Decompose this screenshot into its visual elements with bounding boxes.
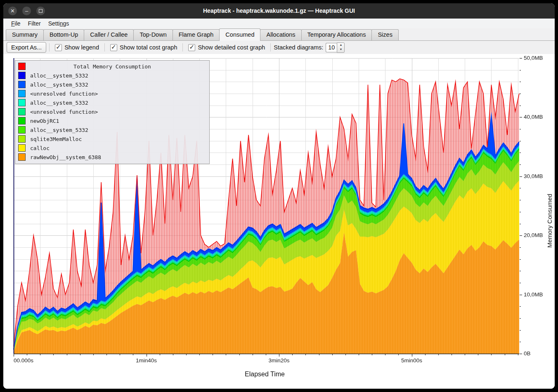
legend-title-row: Total Memory Consumption — [15, 62, 209, 71]
y-tick-label: 0B — [524, 350, 531, 357]
checkbox-show-legend[interactable]: ✓Show legend — [55, 44, 99, 51]
toolbar-separator — [182, 43, 183, 52]
title-bar: ✕ – Heaptrack - heaptrack.wakunode.1.gz … — [3, 3, 555, 19]
checkbox-box[interactable]: ✓ — [188, 44, 195, 51]
legend-item: newObjRC1 — [15, 116, 209, 125]
tab-consumed[interactable]: Consumed — [219, 28, 260, 41]
y-tick-label: 50,0MB — [524, 55, 543, 61]
x-tick-label: 1min40s — [136, 357, 157, 364]
chart-legend[interactable]: Total Memory Consumptionalloc__system_53… — [15, 60, 210, 164]
window-frame: ✕ – Heaptrack - heaptrack.wakunode.1.gz … — [0, 0, 558, 392]
legend-swatch — [18, 117, 26, 124]
export-as-button[interactable]: Export As... — [7, 42, 46, 53]
legend-swatch — [18, 81, 26, 88]
legend-swatch — [18, 108, 26, 115]
tab-sizes[interactable]: Sizes — [371, 29, 398, 40]
legend-item: alloc__system_5332 — [15, 98, 209, 107]
legend-swatch — [18, 72, 26, 79]
legend-item: calloc — [15, 143, 209, 153]
heaptrack-window: ✕ – Heaptrack - heaptrack.wakunode.1.gz … — [3, 3, 555, 389]
toolbar-separator — [49, 43, 50, 52]
legend-item: <unresolved function> — [15, 107, 209, 116]
y-tick-label: 40,0MB — [524, 114, 543, 120]
legend-item: sqlite3MemMalloc — [15, 134, 209, 143]
tab-caller-callee[interactable]: Caller / Callee — [84, 29, 134, 40]
legend-label: rawNewObj__system_6388 — [30, 154, 101, 160]
tab-temporary-allocations[interactable]: Temporary Allocations — [301, 29, 372, 40]
window-title: Heaptrack - heaptrack.wakunode.1.gz — He… — [3, 3, 555, 19]
legend-label: alloc__system_5332 — [30, 82, 88, 88]
menu-file[interactable]: File — [7, 19, 24, 28]
legend-label: alloc__system_5332 — [30, 127, 88, 133]
legend-item: alloc__system_5332 — [15, 125, 209, 134]
tab-allocations[interactable]: Allocations — [260, 29, 301, 40]
checkbox-label: Show detailed cost graph — [198, 44, 265, 51]
menu-settings[interactable]: Settings — [45, 19, 73, 28]
check-icon: ✓ — [111, 43, 116, 51]
spinbox-arrows[interactable]: ▲ ▼ — [337, 42, 345, 53]
legend-swatch — [18, 90, 26, 97]
tab-flame-graph[interactable]: Flame Graph — [173, 29, 220, 40]
legend-swatch — [18, 99, 26, 106]
toolbar: Export As... ✓Show legend✓Show total cos… — [3, 41, 555, 54]
y-tick-label: 30,0MB — [524, 173, 543, 179]
y-axis-title: Memory Consumed — [546, 194, 553, 248]
x-axis-title: Elapsed Time — [245, 371, 285, 378]
spin-up-icon[interactable]: ▲ — [337, 43, 344, 48]
legend-title: Total Memory Consumption — [15, 63, 209, 70]
legend-swatch — [18, 144, 26, 152]
tab-summary[interactable]: Summary — [6, 29, 44, 40]
stacked-diagrams-label: Stacked diagrams: — [274, 44, 323, 51]
legend-item: rawNewObj__system_6388 — [15, 153, 209, 162]
legend-item: <unresolved function> — [15, 89, 209, 98]
legend-label: alloc__system_5332 — [30, 73, 88, 79]
legend-label: newObjRC1 — [30, 118, 59, 124]
legend-swatch — [18, 153, 26, 161]
legend-label: calloc — [30, 145, 50, 151]
legend-label: <unresolved function> — [30, 109, 98, 115]
legend-swatch — [18, 126, 26, 134]
checkbox-label: Show legend — [64, 44, 99, 51]
legend-label: <unresolved function> — [30, 91, 98, 97]
y-tick-label: 10,0MB — [524, 291, 543, 298]
legend-label: alloc__system_5332 — [30, 100, 88, 106]
memory-consumption-chart: Total Memory Consumptionalloc__system_53… — [3, 54, 555, 389]
menu-bar: FileFilterSettings — [3, 19, 555, 28]
checkbox-show-total-cost-graph[interactable]: ✓Show total cost graph — [110, 44, 177, 51]
legend-item: alloc__system_5332 — [15, 80, 209, 89]
menu-filter[interactable]: Filter — [24, 19, 45, 28]
x-tick-label: 5min00s — [401, 357, 422, 364]
checkbox-label: Show total cost graph — [120, 44, 177, 51]
legend-swatch — [18, 135, 26, 143]
legend-item: alloc__system_5332 — [15, 71, 209, 80]
tab-bar: SummaryBottom-UpCaller / CalleeTop-DownF… — [3, 28, 555, 41]
checkbox-box[interactable]: ✓ — [55, 44, 62, 51]
y-tick-label: 20,0MB — [524, 232, 543, 238]
toolbar-separator — [104, 43, 105, 52]
toolbar-separator — [270, 43, 271, 52]
tab-top-down[interactable]: Top-Down — [133, 29, 173, 40]
spin-down-icon[interactable]: ▼ — [337, 47, 344, 52]
check-icon: ✓ — [56, 43, 61, 51]
x-tick-label: 3min20s — [269, 357, 290, 364]
checkbox-box[interactable]: ✓ — [110, 44, 117, 51]
x-tick-label: 00.000s — [14, 357, 33, 364]
legend-label: sqlite3MemMalloc — [30, 136, 82, 142]
checkbox-show-detailed-cost-graph[interactable]: ✓Show detailed cost graph — [188, 44, 265, 51]
stacked-diagrams-value[interactable]: 10 — [326, 43, 337, 52]
check-icon: ✓ — [189, 43, 194, 51]
stacked-diagrams-spinbox[interactable]: 10 ▲ ▼ — [326, 42, 345, 53]
tab-bottom-up[interactable]: Bottom-Up — [43, 29, 84, 40]
